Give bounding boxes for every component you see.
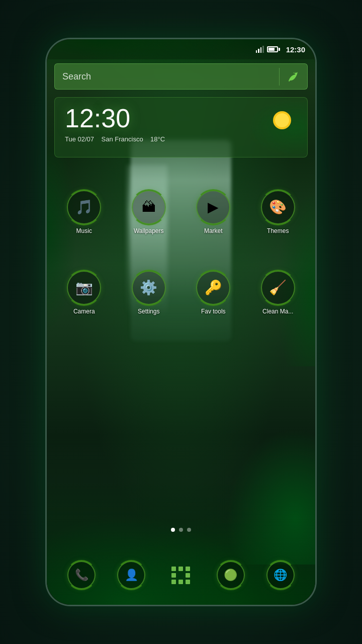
dock-orb[interactable]: 🟢 bbox=[216, 560, 245, 590]
search-bar[interactable]: Search bbox=[54, 63, 308, 90]
app-camera[interactable]: 📷 Camera bbox=[52, 266, 117, 320]
wreath-camera: 📷 bbox=[67, 271, 101, 305]
app-favtools[interactable]: 🔑 Fav tools bbox=[181, 266, 246, 320]
dock-phone[interactable]: 📞 bbox=[67, 560, 96, 590]
app-icon-wrap-wallpapers: 🏔 bbox=[132, 190, 166, 224]
app-icon-wrap-cleanmaster: 🧹 bbox=[261, 271, 295, 305]
bottom-dock: 📞 👤 bbox=[47, 555, 315, 595]
page-dot-2[interactable] bbox=[179, 528, 183, 532]
wreath-music: 🎵 bbox=[67, 190, 101, 224]
wreath-settings: ⚙️ bbox=[132, 271, 166, 305]
app-icon-wrap-settings: ⚙️ bbox=[132, 271, 166, 305]
page-dot-1[interactable] bbox=[171, 528, 175, 532]
wallpapers-icon: 🏔 bbox=[142, 200, 156, 214]
browser-icon: 🌐 bbox=[274, 570, 287, 581]
svg-point-1 bbox=[275, 113, 289, 127]
contacts-icon: 👤 bbox=[125, 570, 138, 581]
search-divider bbox=[279, 68, 280, 86]
wreath-dock-orb: 🟢 bbox=[217, 561, 245, 589]
clock-city: San Francisco bbox=[102, 135, 143, 143]
dock-browser[interactable]: 🌐 bbox=[266, 560, 295, 590]
camera-icon: 📷 bbox=[75, 281, 93, 295]
phone-icon: 📞 bbox=[75, 570, 88, 581]
orb-icon: 🟢 bbox=[224, 570, 237, 581]
clock-widget: 12:30 Tue 02/07 San Francisco 18°C bbox=[54, 97, 308, 157]
battery-icon bbox=[267, 46, 280, 52]
market-icon: ▶ bbox=[208, 200, 219, 214]
cleanmaster-icon: 🧹 bbox=[269, 281, 287, 295]
app-label-cleanmaster: Clean Ma... bbox=[262, 308, 293, 315]
signal-icon bbox=[256, 46, 264, 53]
app-label-market: Market bbox=[204, 227, 223, 234]
wreath-themes: 🎨 bbox=[261, 190, 295, 224]
app-icon-wrap-themes: 🎨 bbox=[261, 190, 295, 224]
settings-icon: ⚙️ bbox=[140, 281, 157, 295]
themes-icon: 🎨 bbox=[269, 200, 287, 214]
apps-grid-row1: 🎵 Music 🏔 Wallpapers ▶ bbox=[47, 175, 315, 250]
page-dot-3[interactable] bbox=[187, 528, 191, 532]
search-text: Search bbox=[62, 71, 273, 82]
apps-grid-row2: 📷 Camera ⚙️ Settings 🔑 bbox=[47, 256, 315, 330]
app-cleanmaster[interactable]: 🧹 Clean Ma... bbox=[246, 266, 311, 320]
favtools-icon: 🔑 bbox=[205, 281, 222, 295]
status-time: 12:30 bbox=[286, 45, 305, 54]
clock-date: Tue 02/07 bbox=[65, 135, 94, 143]
app-label-wallpapers: Wallpapers bbox=[134, 227, 164, 234]
app-settings[interactable]: ⚙️ Settings bbox=[117, 266, 182, 320]
clock-temp: 18°C bbox=[150, 135, 165, 143]
wreath-favtools: 🔑 bbox=[196, 271, 230, 305]
app-icon-wrap-camera: 📷 bbox=[67, 271, 101, 305]
dock-contacts[interactable]: 👤 bbox=[117, 560, 146, 590]
app-icon-wrap-favtools: 🔑 bbox=[196, 271, 230, 305]
wreath-cleanmaster: 🧹 bbox=[261, 271, 295, 305]
search-leaf-icon bbox=[286, 69, 300, 84]
app-label-themes: Themes bbox=[267, 227, 289, 234]
wreath-dock-browser: 🌐 bbox=[266, 561, 295, 589]
app-icon-wrap-market: ▶ bbox=[196, 190, 230, 224]
app-icon-wrap-music: 🎵 bbox=[67, 190, 101, 224]
wreath-dock-contacts: 👤 bbox=[117, 561, 145, 589]
fern-overlay bbox=[215, 414, 315, 565]
status-bar: 12:30 bbox=[47, 39, 315, 59]
page-dots bbox=[171, 528, 191, 532]
app-wallpapers[interactable]: 🏔 Wallpapers bbox=[117, 185, 182, 239]
app-label-camera: Camera bbox=[73, 308, 95, 315]
wreath-market: ▶ bbox=[196, 190, 230, 224]
phone-frame: 12:30 Search 12:30 Tue 02/07 San Francis… bbox=[45, 38, 317, 606]
app-label-music: Music bbox=[76, 227, 92, 234]
app-market[interactable]: ▶ Market bbox=[181, 185, 246, 239]
app-label-favtools: Fav tools bbox=[201, 308, 226, 315]
status-icons: 12:30 bbox=[256, 45, 305, 54]
sun-icon bbox=[269, 108, 295, 133]
dock-apps-grid[interactable] bbox=[166, 560, 196, 590]
app-music[interactable]: 🎵 Music bbox=[52, 185, 117, 239]
app-label-settings: Settings bbox=[138, 308, 159, 315]
app-themes[interactable]: 🎨 Themes bbox=[246, 185, 311, 239]
phone-screen: 12:30 Search 12:30 Tue 02/07 San Francis… bbox=[47, 39, 315, 605]
grid-icon bbox=[171, 567, 191, 584]
music-icon: 🎵 bbox=[75, 200, 93, 214]
wreath-dock-phone: 📞 bbox=[67, 561, 96, 589]
wreath-wallpapers: 🏔 bbox=[132, 190, 166, 224]
